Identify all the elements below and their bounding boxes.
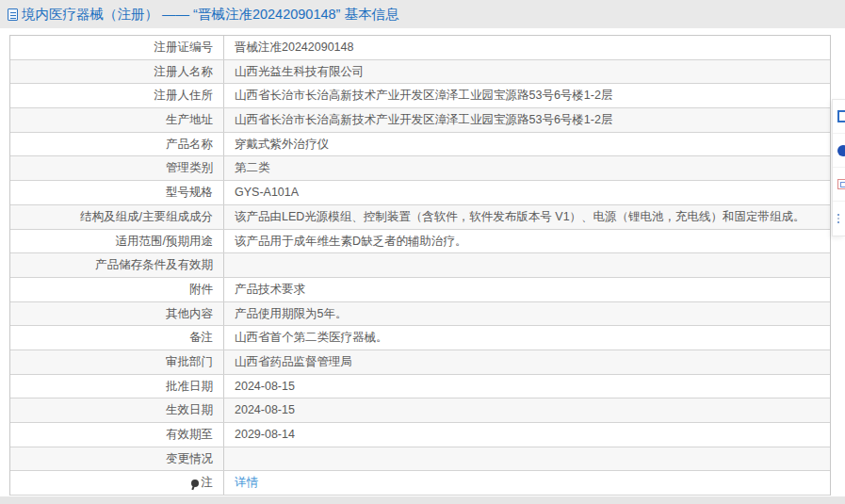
table-row: 型号规格GYS-A101A bbox=[10, 181, 830, 205]
row-label-text: 管理类别 bbox=[166, 161, 213, 174]
table-row: 备注山西省首个第二类医疗器械。 bbox=[10, 326, 830, 350]
row-value-text: 山西省首个第二类医疗器械。 bbox=[235, 331, 388, 344]
bookmark-icon[interactable] bbox=[837, 110, 845, 122]
table-row: 有效期至2029-08-14 bbox=[10, 423, 830, 447]
widget-slot[interactable] bbox=[833, 100, 845, 134]
row-label-text: 批准日期 bbox=[166, 380, 213, 393]
table-row: 审批部门山西省药品监督管理局 bbox=[10, 350, 830, 375]
row-label-text: 适用范围/预期用途 bbox=[116, 235, 213, 248]
row-value: 2029-08-14 bbox=[224, 423, 830, 447]
circle-badge-icon[interactable] bbox=[837, 145, 845, 156]
page-title: 境内医疗器械（注册） —— “晋械注准20242090148” 基本信息 bbox=[8, 0, 398, 28]
row-value-text: 穿戴式紫外治疗仪 bbox=[235, 138, 329, 151]
row-value-text: 产品技术要求 bbox=[235, 283, 305, 296]
row-label: 产品储存条件及有效期 bbox=[10, 253, 224, 277]
row-value-text: 第二类 bbox=[235, 161, 270, 174]
row-value: 山西光益生科技有限公司 bbox=[224, 60, 830, 84]
widget-slot[interactable] bbox=[833, 202, 845, 236]
row-label: 结构及组成/主要组成成分 bbox=[10, 205, 224, 229]
table-row: 管理类别第二类 bbox=[10, 156, 830, 181]
row-value: 详情 bbox=[224, 471, 830, 495]
row-label: 备注 bbox=[10, 326, 224, 350]
table-row: 产品储存条件及有效期 bbox=[10, 253, 830, 278]
table-row: 其他内容产品使用期限为5年。 bbox=[10, 302, 830, 327]
document-icon bbox=[8, 8, 18, 21]
row-label-text: 型号规格 bbox=[166, 186, 213, 199]
row-label-text: 备注 bbox=[189, 331, 213, 344]
row-value-text: 产品使用期限为5年。 bbox=[235, 307, 347, 320]
row-label-text: 结构及组成/主要组成成分 bbox=[80, 210, 213, 223]
table-row: 附件产品技术要求 bbox=[10, 278, 830, 302]
row-label: 产品名称 bbox=[10, 133, 224, 156]
row-label-text: 产品储存条件及有效期 bbox=[95, 258, 213, 271]
row-label: 注 bbox=[10, 471, 224, 495]
row-value-text: 2024-08-15 bbox=[235, 403, 295, 416]
row-value bbox=[224, 447, 830, 471]
row-value: 该产品用于成年维生素D缺乏者的辅助治疗。 bbox=[224, 230, 830, 253]
row-label-text: 有效期至 bbox=[166, 428, 213, 441]
row-value-text: 山西省长治市长治高新技术产业开发区漳泽工业园宝源路53号6号楼1-2层 bbox=[235, 89, 612, 102]
row-label-text: 注册人名称 bbox=[154, 65, 214, 78]
row-value: 山西省长治市长治高新技术产业开发区漳泽工业园宝源路53号6号楼1-2层 bbox=[224, 84, 830, 107]
row-value: 穿戴式紫外治疗仪 bbox=[224, 133, 830, 156]
row-value: 山西省药品监督管理局 bbox=[224, 350, 830, 374]
row-label: 适用范围/预期用途 bbox=[10, 230, 224, 253]
floating-widget-panel bbox=[832, 99, 845, 236]
list-dots-icon[interactable] bbox=[837, 213, 845, 223]
row-label: 批准日期 bbox=[10, 375, 224, 398]
row-label-text: 生效日期 bbox=[166, 403, 213, 416]
row-value-text: 2024-08-15 bbox=[235, 380, 295, 393]
row-value: 该产品由LED光源模组、控制装置（含软件，软件发布版本号 V1）、电源（锂电池，… bbox=[224, 205, 830, 229]
row-label-text: 附件 bbox=[189, 283, 213, 296]
row-label-text: 生产地址 bbox=[166, 113, 213, 126]
row-value: 2024-08-15 bbox=[224, 398, 830, 422]
row-value bbox=[224, 253, 830, 277]
row-value-text: 晋械注准20242090148 bbox=[235, 41, 353, 54]
row-value: 第二类 bbox=[224, 156, 830, 180]
table-row: 注册人名称山西光益生科技有限公司 bbox=[10, 60, 830, 85]
row-label-text: 其他内容 bbox=[166, 307, 213, 320]
row-value: 山西省长治市长治高新技术产业开发区漳泽工业园宝源路53号6号楼1-2层 bbox=[224, 108, 830, 132]
page-title-text: 境内医疗器械（注册） —— “晋械注准20242090148” 基本信息 bbox=[22, 7, 398, 22]
row-value: 产品技术要求 bbox=[224, 278, 830, 301]
header-bar: 境内医疗器械（注册） —— “晋械注准20242090148” 基本信息 bbox=[0, 0, 845, 28]
row-label: 注册证编号 bbox=[10, 36, 224, 59]
row-label-text: 审批部门 bbox=[166, 355, 213, 368]
row-label: 其他内容 bbox=[10, 302, 224, 326]
row-value-text: 该产品用于成年维生素D缺乏者的辅助治疗。 bbox=[235, 235, 467, 248]
widget-slot[interactable] bbox=[833, 134, 845, 168]
row-value-text: 山西省长治市长治高新技术产业开发区漳泽工业园宝源路53号6号楼1-2层 bbox=[235, 113, 612, 126]
row-label: 注册人住所 bbox=[10, 84, 224, 107]
row-label: 有效期至 bbox=[10, 423, 224, 447]
row-value: GYS-A101A bbox=[224, 181, 830, 204]
row-label: 管理类别 bbox=[10, 156, 224, 180]
row-value: 产品使用期限为5年。 bbox=[224, 302, 830, 326]
table-row: 生产地址山西省长治市长治高新技术产业开发区漳泽工业园宝源路53号6号楼1-2层 bbox=[10, 108, 830, 133]
table-row: 结构及组成/主要组成成分该产品由LED光源模组、控制装置（含软件，软件发布版本号… bbox=[10, 205, 830, 230]
row-label-text: 变更情况 bbox=[166, 452, 213, 465]
table-row: 批准日期2024-08-15 bbox=[10, 375, 830, 399]
row-value-text: 2029-08-14 bbox=[235, 428, 295, 441]
row-label: 型号规格 bbox=[10, 181, 224, 204]
row-value-text: 该产品由LED光源模组、控制装置（含软件，软件发布版本号 V1）、电源（锂电池，… bbox=[235, 210, 805, 223]
table-row: 变更情况 bbox=[10, 447, 830, 472]
share-frame-icon[interactable] bbox=[837, 179, 845, 189]
table-row: 生效日期2024-08-15 bbox=[10, 398, 830, 423]
widget-slot[interactable] bbox=[833, 168, 845, 202]
row-label: 审批部门 bbox=[10, 350, 224, 374]
table-row: 注详情 bbox=[10, 471, 830, 496]
row-value: 晋械注准20242090148 bbox=[224, 36, 830, 59]
row-label: 生产地址 bbox=[10, 108, 224, 132]
row-value-text: 山西光益生科技有限公司 bbox=[235, 65, 365, 78]
bottom-strip bbox=[0, 496, 845, 504]
page: 境内医疗器械（注册） —— “晋械注准20242090148” 基本信息 注册证… bbox=[0, 0, 845, 504]
row-value-text: 山西省药品监督管理局 bbox=[235, 355, 352, 368]
detail-link[interactable]: 详情 bbox=[235, 476, 258, 489]
row-label: 生效日期 bbox=[10, 398, 224, 422]
table-row: 产品名称穿戴式紫外治疗仪 bbox=[10, 133, 830, 157]
table-row: 注册证编号晋械注准20242090148 bbox=[10, 36, 830, 60]
row-label: 注册人名称 bbox=[10, 60, 224, 84]
row-label-text: 注册人住所 bbox=[154, 89, 214, 102]
info-table: 注册证编号晋械注准20242090148注册人名称山西光益生科技有限公司注册人住… bbox=[9, 35, 831, 496]
row-value: 山西省首个第二类医疗器械。 bbox=[224, 326, 830, 350]
